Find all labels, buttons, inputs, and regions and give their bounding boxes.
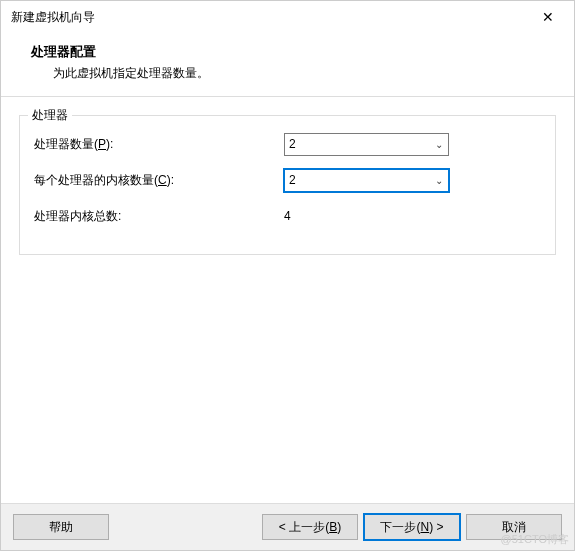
next-button[interactable]: 下一步(N) > xyxy=(364,514,460,540)
page-subtitle: 为此虚拟机指定处理器数量。 xyxy=(31,65,554,82)
row-processor-count: 处理器数量(P): 2 ⌄ xyxy=(34,132,541,156)
wizard-content: 处理器 处理器数量(P): 2 ⌄ 每个处理器的内核数量(C): xyxy=(1,96,574,503)
processor-count-select-wrap: 2 ⌄ xyxy=(284,133,449,156)
processors-group: 处理器 处理器数量(P): 2 ⌄ 每个处理器的内核数量(C): xyxy=(19,115,556,255)
label-processor-count: 处理器数量(P): xyxy=(34,136,284,153)
wizard-footer: 帮助 < 上一步(B) 下一步(N) > 取消 xyxy=(1,503,574,550)
wizard-window: 新建虚拟机向导 ✕ 处理器配置 为此虚拟机指定处理器数量。 处理器 处理器数量(… xyxy=(0,0,575,551)
cores-per-processor-select-wrap: 2 ⌄ xyxy=(284,169,449,192)
row-total-cores: 处理器内核总数: 4 xyxy=(34,204,541,228)
page-title: 处理器配置 xyxy=(31,43,554,61)
help-button[interactable]: 帮助 xyxy=(13,514,109,540)
cancel-button[interactable]: 取消 xyxy=(466,514,562,540)
wizard-header: 处理器配置 为此虚拟机指定处理器数量。 xyxy=(1,33,574,96)
titlebar: 新建虚拟机向导 ✕ xyxy=(1,1,574,33)
back-button[interactable]: < 上一步(B) xyxy=(262,514,358,540)
cores-per-processor-select[interactable]: 2 xyxy=(284,169,449,192)
value-total-cores: 4 xyxy=(284,209,291,223)
row-cores-per-processor: 每个处理器的内核数量(C): 2 ⌄ xyxy=(34,168,541,192)
window-title: 新建虚拟机向导 xyxy=(11,9,95,26)
label-cores-per-processor: 每个处理器的内核数量(C): xyxy=(34,172,284,189)
close-button[interactable]: ✕ xyxy=(530,3,566,31)
group-legend: 处理器 xyxy=(28,107,72,124)
label-total-cores: 处理器内核总数: xyxy=(34,208,284,225)
close-icon: ✕ xyxy=(542,9,554,25)
processor-count-select[interactable]: 2 xyxy=(284,133,449,156)
